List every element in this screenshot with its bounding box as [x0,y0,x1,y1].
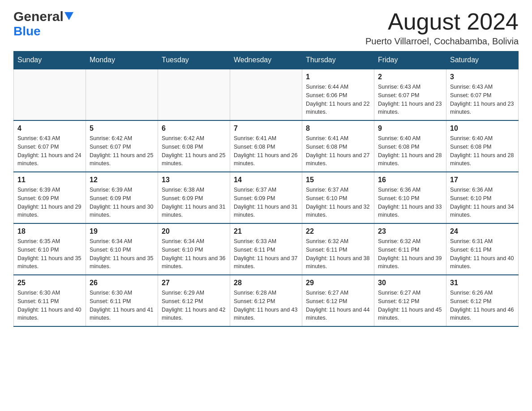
calendar-week-row: 25Sunrise: 6:30 AMSunset: 6:11 PMDayligh… [14,275,519,326]
day-sun-info: Sunrise: 6:40 AMSunset: 6:08 PMDaylight:… [378,134,442,168]
day-number: 3 [450,73,515,81]
day-sun-info: Sunrise: 6:40 AMSunset: 6:08 PMDaylight:… [450,134,515,168]
calendar-cell: 11Sunrise: 6:39 AMSunset: 6:09 PMDayligh… [14,172,86,223]
day-sun-info: Sunrise: 6:30 AMSunset: 6:11 PMDaylight:… [17,289,82,322]
day-sun-info: Sunrise: 6:36 AMSunset: 6:10 PMDaylight:… [378,186,442,219]
day-number: 18 [17,227,82,235]
day-number: 24 [450,227,515,235]
day-sun-info: Sunrise: 6:41 AMSunset: 6:08 PMDaylight:… [306,134,370,168]
logo-general-text: General [13,9,64,24]
calendar-week-row: 18Sunrise: 6:35 AMSunset: 6:10 PMDayligh… [14,223,519,275]
calendar-header-row: Sunday Monday Tuesday Wednesday Thursday… [14,51,519,69]
day-number: 22 [306,227,370,235]
calendar-cell: 21Sunrise: 6:33 AMSunset: 6:11 PMDayligh… [230,223,302,275]
day-sun-info: Sunrise: 6:44 AMSunset: 6:06 PMDaylight:… [306,83,370,116]
calendar-cell: 3Sunrise: 6:43 AMSunset: 6:07 PMDaylight… [446,69,519,120]
calendar-cell: 25Sunrise: 6:30 AMSunset: 6:11 PMDayligh… [14,275,86,326]
calendar-cell: 13Sunrise: 6:38 AMSunset: 6:09 PMDayligh… [158,172,230,223]
day-number: 2 [378,73,442,81]
day-sun-info: Sunrise: 6:43 AMSunset: 6:07 PMDaylight:… [450,83,515,116]
day-sun-info: Sunrise: 6:42 AMSunset: 6:08 PMDaylight:… [162,134,226,168]
day-number: 20 [162,227,226,235]
day-sun-info: Sunrise: 6:29 AMSunset: 6:12 PMDaylight:… [162,289,226,322]
calendar-cell: 23Sunrise: 6:32 AMSunset: 6:11 PMDayligh… [374,223,446,275]
calendar-cell: 24Sunrise: 6:31 AMSunset: 6:11 PMDayligh… [446,223,519,275]
svg-marker-0 [64,12,73,20]
day-sun-info: Sunrise: 6:38 AMSunset: 6:09 PMDaylight:… [162,186,226,219]
day-number: 25 [17,279,82,287]
day-sun-info: Sunrise: 6:35 AMSunset: 6:10 PMDaylight:… [17,237,82,271]
calendar-week-row: 4Sunrise: 6:43 AMSunset: 6:07 PMDaylight… [14,120,519,172]
calendar-cell: 17Sunrise: 6:36 AMSunset: 6:10 PMDayligh… [446,172,519,223]
location-title: Puerto Villarroel, Cochabamba, Bolivia [365,36,519,47]
day-number: 31 [450,279,515,287]
day-sun-info: Sunrise: 6:31 AMSunset: 6:11 PMDaylight:… [450,237,515,271]
calendar-cell: 7Sunrise: 6:41 AMSunset: 6:08 PMDaylight… [230,120,302,172]
day-number: 6 [162,124,226,133]
logo: General Blue [13,9,73,39]
day-sun-info: Sunrise: 6:32 AMSunset: 6:11 PMDaylight:… [378,237,442,271]
day-number: 29 [306,279,370,287]
day-number: 4 [17,124,82,133]
day-number: 27 [162,279,226,287]
calendar-cell [14,69,86,120]
calendar-cell: 10Sunrise: 6:40 AMSunset: 6:08 PMDayligh… [446,120,519,172]
col-friday: Friday [374,51,446,69]
day-sun-info: Sunrise: 6:43 AMSunset: 6:07 PMDaylight:… [17,134,82,168]
day-sun-info: Sunrise: 6:36 AMSunset: 6:10 PMDaylight:… [450,186,515,219]
day-number: 13 [162,176,226,184]
day-number: 21 [234,227,298,235]
calendar-table: Sunday Monday Tuesday Wednesday Thursday… [13,51,519,327]
day-sun-info: Sunrise: 6:39 AMSunset: 6:09 PMDaylight:… [17,186,82,219]
day-number: 30 [378,279,442,287]
calendar-cell: 29Sunrise: 6:27 AMSunset: 6:12 PMDayligh… [302,275,374,326]
calendar-cell: 8Sunrise: 6:41 AMSunset: 6:08 PMDaylight… [302,120,374,172]
day-number: 1 [306,73,370,81]
calendar-week-row: 1Sunrise: 6:44 AMSunset: 6:06 PMDaylight… [14,69,519,120]
calendar-cell: 30Sunrise: 6:27 AMSunset: 6:12 PMDayligh… [374,275,446,326]
day-number: 17 [450,176,515,184]
col-saturday: Saturday [446,51,519,69]
day-sun-info: Sunrise: 6:42 AMSunset: 6:07 PMDaylight:… [90,134,154,168]
calendar-cell: 2Sunrise: 6:43 AMSunset: 6:07 PMDaylight… [374,69,446,120]
day-sun-info: Sunrise: 6:30 AMSunset: 6:11 PMDaylight:… [90,289,154,322]
calendar-cell: 20Sunrise: 6:34 AMSunset: 6:10 PMDayligh… [158,223,230,275]
day-sun-info: Sunrise: 6:27 AMSunset: 6:12 PMDaylight:… [306,289,370,322]
day-number: 10 [450,124,515,133]
calendar-cell: 27Sunrise: 6:29 AMSunset: 6:12 PMDayligh… [158,275,230,326]
calendar-cell: 28Sunrise: 6:28 AMSunset: 6:12 PMDayligh… [230,275,302,326]
calendar-cell [86,69,158,120]
calendar-cell: 15Sunrise: 6:37 AMSunset: 6:10 PMDayligh… [302,172,374,223]
calendar-cell: 16Sunrise: 6:36 AMSunset: 6:10 PMDayligh… [374,172,446,223]
day-number: 5 [90,124,154,133]
day-sun-info: Sunrise: 6:33 AMSunset: 6:11 PMDaylight:… [234,237,298,271]
title-area: August 2024 Puerto Villarroel, Cochabamb… [365,9,519,47]
day-number: 26 [90,279,154,287]
col-monday: Monday [86,51,158,69]
calendar-cell: 5Sunrise: 6:42 AMSunset: 6:07 PMDaylight… [86,120,158,172]
col-sunday: Sunday [14,51,86,69]
calendar-cell: 26Sunrise: 6:30 AMSunset: 6:11 PMDayligh… [86,275,158,326]
col-wednesday: Wednesday [230,51,302,69]
day-sun-info: Sunrise: 6:28 AMSunset: 6:12 PMDaylight:… [234,289,298,322]
day-number: 15 [306,176,370,184]
day-number: 23 [378,227,442,235]
logo-triangle-icon [64,12,73,23]
col-tuesday: Tuesday [158,51,230,69]
day-sun-info: Sunrise: 6:34 AMSunset: 6:10 PMDaylight:… [162,237,226,271]
calendar-cell [158,69,230,120]
calendar-cell: 4Sunrise: 6:43 AMSunset: 6:07 PMDaylight… [14,120,86,172]
calendar-cell: 9Sunrise: 6:40 AMSunset: 6:08 PMDaylight… [374,120,446,172]
logo-blue-text: Blue [13,24,41,38]
day-number: 14 [234,176,298,184]
col-thursday: Thursday [302,51,374,69]
day-sun-info: Sunrise: 6:37 AMSunset: 6:10 PMDaylight:… [306,186,370,219]
calendar-week-row: 11Sunrise: 6:39 AMSunset: 6:09 PMDayligh… [14,172,519,223]
day-number: 12 [90,176,154,184]
day-sun-info: Sunrise: 6:41 AMSunset: 6:08 PMDaylight:… [234,134,298,168]
calendar-cell: 31Sunrise: 6:26 AMSunset: 6:12 PMDayligh… [446,275,519,326]
day-sun-info: Sunrise: 6:26 AMSunset: 6:12 PMDaylight:… [450,289,515,322]
calendar-cell: 14Sunrise: 6:37 AMSunset: 6:09 PMDayligh… [230,172,302,223]
day-sun-info: Sunrise: 6:32 AMSunset: 6:11 PMDaylight:… [306,237,370,271]
calendar-cell [230,69,302,120]
